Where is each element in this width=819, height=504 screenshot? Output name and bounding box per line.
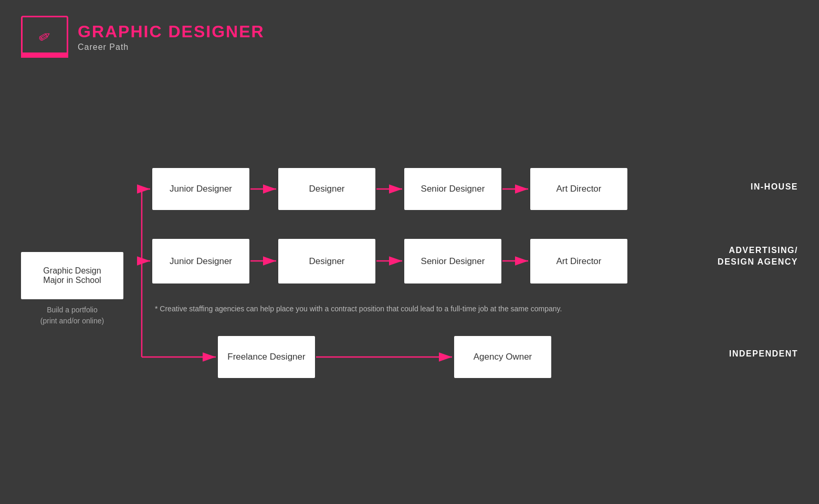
- diagram: Graphic DesignMajor in School Build a po…: [0, 79, 819, 504]
- start-node: Graphic DesignMajor in School: [21, 252, 123, 299]
- node-agency-designer: Designer: [278, 239, 375, 284]
- node-independent-agency-owner: Agency Owner: [454, 336, 551, 378]
- node-inhouse-designer: Designer: [278, 168, 375, 210]
- header-text: GRAPHIC DESIGNER Career Path: [78, 22, 265, 52]
- node-independent-freelance: Freelance Designer: [218, 336, 315, 378]
- logo-box: ✏: [21, 16, 68, 58]
- node-agency-junior: Junior Designer: [152, 239, 249, 284]
- start-sublabel: Build a portfolio(print and/or online): [21, 304, 123, 327]
- logo-icon: ✏: [35, 26, 54, 47]
- start-node-label: Graphic DesignMajor in School: [43, 266, 101, 285]
- page-title: GRAPHIC DESIGNER: [78, 22, 265, 41]
- label-agency: ADVERTISING/DESIGN AGENCY: [718, 245, 798, 268]
- node-inhouse-junior: Junior Designer: [152, 168, 249, 210]
- label-inhouse: IN-HOUSE: [751, 182, 798, 192]
- page-subtitle: Career Path: [78, 43, 265, 52]
- node-agency-senior: Senior Designer: [404, 239, 501, 284]
- node-agency-artdirector: Art Director: [530, 239, 627, 284]
- header: ✏ GRAPHIC DESIGNER Career Path: [21, 16, 265, 58]
- node-inhouse-senior: Senior Designer: [404, 168, 501, 210]
- note-text: * Creative staffing agencies can help pl…: [155, 304, 562, 313]
- node-inhouse-artdirector: Art Director: [530, 168, 627, 210]
- label-independent: INDEPENDENT: [729, 349, 798, 359]
